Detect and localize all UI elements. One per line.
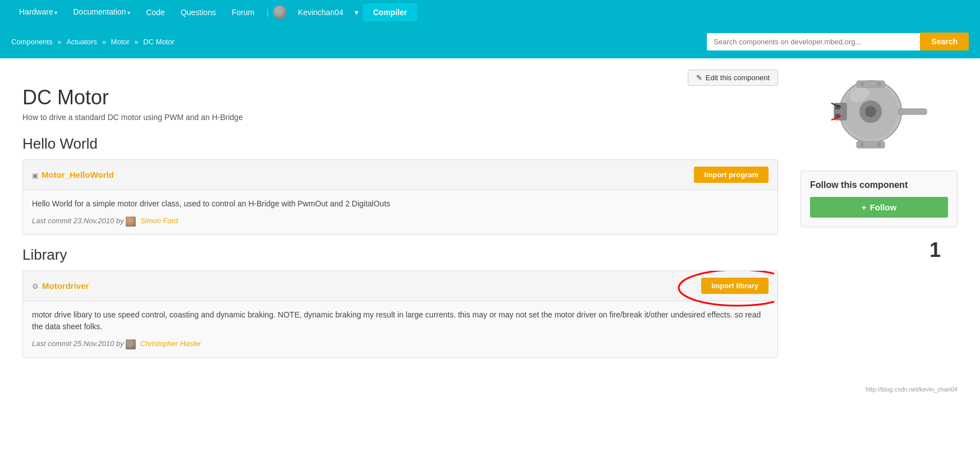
svg-point-4 xyxy=(865,106,876,117)
section-hello-world: Hello World xyxy=(22,135,778,153)
avatar-hw xyxy=(126,217,136,227)
nav-forum-link[interactable]: Forum xyxy=(224,0,262,25)
edit-component-button[interactable]: Edit this component xyxy=(688,70,778,86)
hello-world-card-body: Hello World for a simple motor driver cl… xyxy=(23,190,777,234)
hello-world-description: Hello World for a simple motor driver cl… xyxy=(32,198,769,210)
library-meta: Last commit 25.Nov.2010 by Christopher H… xyxy=(32,339,769,349)
breadcrumb-components[interactable]: Components xyxy=(11,38,53,46)
nav-hardware-link[interactable]: Hardware xyxy=(11,7,65,16)
main-container: Edit this component DC Motor How to driv… xyxy=(0,58,980,380)
svg-point-9 xyxy=(877,82,881,86)
author-link-lib[interactable]: Christopher Hasler xyxy=(140,339,201,348)
hello-world-card-title: Motor_HelloWorld xyxy=(32,170,114,179)
page-subtitle: How to drive a standard DC motor using P… xyxy=(22,113,778,122)
motordriver-link[interactable]: Motordriver xyxy=(42,281,89,291)
nav-questions-link[interactable]: Questions xyxy=(173,0,224,25)
search-input[interactable] xyxy=(707,33,920,50)
page-title: DC Motor xyxy=(22,86,778,109)
svg-rect-5 xyxy=(899,109,927,114)
nav-documentation-link[interactable]: Documentation xyxy=(65,7,138,16)
nav-code-link[interactable]: Code xyxy=(138,0,172,25)
watermark: http://blog.csdn.net/kevin_chan04 xyxy=(0,380,980,398)
breadcrumb-sep-1: » xyxy=(57,38,63,46)
breadcrumb: Components » Actuators » Motor » DC Moto… xyxy=(11,38,174,46)
pencil-icon xyxy=(696,73,702,82)
hello-world-link[interactable]: Motor_HelloWorld xyxy=(42,170,114,179)
breadcrumb-motor[interactable]: Motor xyxy=(111,38,130,46)
author-link-hw[interactable]: Simon Ford xyxy=(140,217,178,225)
library-description: motor drive libary to use speed control,… xyxy=(32,309,769,333)
gear-icon xyxy=(32,281,39,291)
by-label-hw: by xyxy=(116,217,124,225)
top-navigation: Hardware Documentation Code Questions Fo… xyxy=(0,0,980,25)
library-card: Motordriver Import library motor drive l… xyxy=(22,270,778,358)
commit-date-hw: 23.Nov.2010 xyxy=(73,217,114,225)
hello-world-meta: Last commit 23.Nov.2010 by Simon Ford xyxy=(32,217,769,227)
breadcrumb-sep-2: » xyxy=(102,38,108,46)
section-library: Library xyxy=(22,246,778,264)
last-commit-label-lib: Last commit xyxy=(32,339,71,348)
compiler-button[interactable]: Compiler xyxy=(363,3,417,21)
edit-button-label: Edit this component xyxy=(706,73,770,82)
box-icon xyxy=(32,170,38,179)
search-bar: Search xyxy=(707,33,969,50)
avatar-lib xyxy=(126,339,136,349)
motor-image-container xyxy=(800,70,958,159)
number-annotation: 1 xyxy=(800,238,958,262)
avatar xyxy=(273,6,287,19)
nav-user[interactable]: Kevinchan04▾ xyxy=(273,0,358,25)
library-card-body: motor drive libary to use speed control,… xyxy=(23,301,777,357)
follow-button-label: Follow xyxy=(870,202,897,212)
sidebar: Follow this component + Follow 1 xyxy=(800,70,958,369)
breadcrumb-actuators[interactable]: Actuators xyxy=(66,38,97,46)
follow-title: Follow this component xyxy=(810,180,948,190)
nav-username[interactable]: Kevinchan04 xyxy=(290,0,351,25)
import-program-button[interactable]: Import program xyxy=(694,167,769,183)
follow-box: Follow this component + Follow xyxy=(800,171,958,227)
breadcrumb-current: DC Motor xyxy=(143,38,174,46)
breadcrumb-sep-3: » xyxy=(134,38,140,46)
breadcrumb-bar: Components » Actuators » Motor » DC Moto… xyxy=(0,25,980,58)
content-area: Edit this component DC Motor How to driv… xyxy=(22,70,778,369)
search-button[interactable]: Search xyxy=(920,33,969,50)
hello-world-card-header: Motor_HelloWorld Import program xyxy=(23,160,777,190)
library-card-title: Motordriver xyxy=(32,281,89,291)
last-commit-label-hw: Last commit xyxy=(32,217,71,225)
nav-documentation[interactable]: Documentation xyxy=(65,0,138,25)
plus-icon: + xyxy=(862,202,867,212)
nav-hardware[interactable]: Hardware xyxy=(11,0,65,25)
motor-image xyxy=(829,70,930,159)
nav-separator: | xyxy=(266,8,269,17)
by-label-lib: by xyxy=(116,339,124,348)
import-library-button[interactable]: Import library xyxy=(701,278,769,294)
follow-button[interactable]: + Follow xyxy=(810,197,948,218)
hello-world-card: Motor_HelloWorld Import program Hello Wo… xyxy=(22,159,778,235)
svg-point-10 xyxy=(860,142,864,147)
library-card-header: Motordriver Import library xyxy=(23,271,777,301)
svg-point-8 xyxy=(860,82,864,86)
svg-point-11 xyxy=(877,142,881,147)
commit-date-lib: 25.Nov.2010 xyxy=(73,339,114,348)
